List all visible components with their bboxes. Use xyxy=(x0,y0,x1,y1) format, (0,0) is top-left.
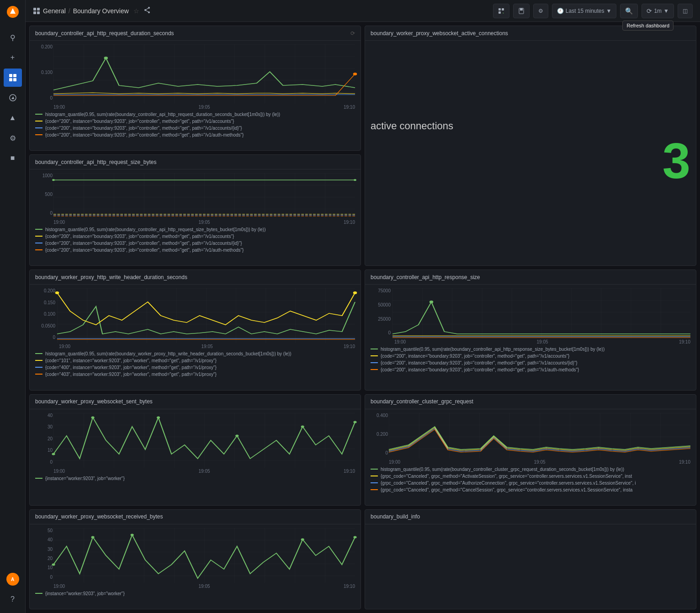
sidebar-item-alerts[interactable]: ▲ xyxy=(4,109,22,127)
svg-point-27 xyxy=(354,179,356,181)
svg-point-23 xyxy=(353,73,357,75)
app-logo[interactable] xyxy=(5,4,21,20)
panel-cluster-grpc-request: boundary_controller_cluster_grpc_request… xyxy=(365,394,696,506)
sidebar-item-shield[interactable]: ■ xyxy=(4,149,22,167)
svg-point-30 xyxy=(353,291,357,294)
avatar[interactable]: A xyxy=(6,573,19,586)
chart-canvas-1 xyxy=(53,44,355,104)
svg-rect-40 xyxy=(389,413,690,459)
star-icon[interactable]: ☆ xyxy=(133,7,139,15)
breadcrumb-general[interactable]: General xyxy=(43,7,66,15)
svg-point-34 xyxy=(52,453,55,455)
kiosk-button[interactable]: ◫ xyxy=(678,4,693,18)
save-button[interactable] xyxy=(513,4,530,18)
add-panel-button[interactable]: + xyxy=(493,4,509,18)
zoom-out-button[interactable]: 🔍 xyxy=(620,4,638,18)
svg-rect-2 xyxy=(9,74,12,77)
time-range-button[interactable]: 🕘 Last 15 minutes ▼ xyxy=(552,4,617,18)
svg-rect-33 xyxy=(53,413,355,468)
grid-icon xyxy=(33,7,40,15)
chart-svg-5 xyxy=(392,288,690,338)
chart-svg-3 xyxy=(53,173,355,219)
x-axis-4: 19:00 19:05 19:10 xyxy=(59,343,355,349)
panel-title-3: boundary_controller_api_http_request_siz… xyxy=(35,159,157,165)
sidebar-item-add[interactable]: + xyxy=(4,48,22,67)
chart-canvas-7 xyxy=(389,413,690,459)
panel-api-http-response-size: boundary_controller_api_http_response_si… xyxy=(365,270,696,390)
sidebar-item-search[interactable]: ⚲ xyxy=(4,28,22,47)
panel-build-info: boundary_build_info xyxy=(365,509,696,609)
panel-title-4: boundary_worker_proxy_http_write_header_… xyxy=(35,274,187,280)
chart-svg-7 xyxy=(389,413,690,459)
panel-active-connections: boundary_worker_proxy_websocket_active_c… xyxy=(365,26,696,266)
legend-1: histogram_quantile(0.95, sum(rate(bounda… xyxy=(35,110,355,141)
svg-point-42 xyxy=(52,563,55,565)
svg-point-44 xyxy=(131,534,134,536)
panel-worker-websocket-sent: boundary_worker_proxy_websocket_sent_byt… xyxy=(29,394,361,506)
sidebar-item-settings[interactable]: ⚙ xyxy=(4,129,22,147)
legend-5: histogram_quantile(0.95, sum(rate(bounda… xyxy=(371,344,690,375)
stat-label: active connections xyxy=(371,120,690,132)
panel-worker-proxy-http-write: boundary_worker_proxy_http_write_header_… xyxy=(29,270,361,390)
legend-4: histogram_quantile(0.95, sum(rate(bounda… xyxy=(35,349,355,380)
svg-point-45 xyxy=(301,538,304,540)
chart-area-6: 40 30 20 10 0 xyxy=(35,413,355,474)
y-axis-1: 0.200 0.100 0 xyxy=(35,44,53,100)
legend-color-1d xyxy=(35,134,42,135)
svg-rect-41 xyxy=(53,528,355,583)
chart-canvas-8 xyxy=(53,528,355,583)
panel-title-5: boundary_controller_api_http_response_si… xyxy=(371,274,480,280)
clock-icon: 🕘 xyxy=(557,8,564,14)
main-content: General / Boundary Overview ☆ + xyxy=(26,0,700,613)
svg-point-46 xyxy=(353,536,356,538)
svg-rect-16 xyxy=(498,8,501,11)
chart-area-7: 0.400 0.200 0 xyxy=(371,413,690,465)
chevron-down-icon: ▼ xyxy=(606,8,612,14)
panel-api-http-request-duration: boundary_controller_api_http_request_dur… xyxy=(29,26,361,151)
svg-rect-5 xyxy=(13,78,16,81)
y-axis-3: 1000 500 0 xyxy=(35,173,53,216)
chart-canvas-3 xyxy=(53,173,355,219)
sidebar-item-dashboard[interactable] xyxy=(4,69,22,87)
chart-canvas-6 xyxy=(53,413,355,468)
legend-8: {instance="worker:9203", job="worker"} xyxy=(35,589,355,599)
chart-area-5: 75000 50000 25000 0 xyxy=(371,288,690,344)
refresh-button[interactable]: ⟳ 1m ▼ Refresh dashboard xyxy=(642,4,674,18)
svg-point-24 xyxy=(104,57,108,59)
chart-canvas-5 xyxy=(392,288,690,338)
svg-point-38 xyxy=(301,425,304,428)
dashboard-grid: boundary_controller_api_http_request_dur… xyxy=(26,22,700,613)
svg-rect-18 xyxy=(498,11,501,14)
chart-area-8: 50 40 30 20 10 0 xyxy=(35,528,355,589)
svg-rect-31 xyxy=(392,288,690,338)
sidebar-item-explore[interactable] xyxy=(4,89,22,107)
panel-title-9: boundary_build_info xyxy=(371,513,420,520)
legend-3: histogram_quantile(0.95, sum(rate(bounda… xyxy=(35,225,355,256)
chart-svg-1 xyxy=(53,44,355,104)
x-axis-7: 19:00 19:05 19:10 xyxy=(389,459,690,465)
svg-rect-10 xyxy=(37,11,40,14)
svg-rect-9 xyxy=(33,11,36,14)
settings-button[interactable]: ⚙ xyxy=(533,4,548,18)
save-icon xyxy=(518,8,525,14)
sidebar-item-help[interactable]: ? xyxy=(4,590,22,608)
legend-color-1c xyxy=(35,127,42,128)
svg-point-29 xyxy=(55,291,59,294)
refresh-icon: ⟳ xyxy=(647,7,652,15)
refresh-panel-icon[interactable]: ⟳ xyxy=(350,30,355,37)
chart-area-3: 1000 500 0 xyxy=(35,173,355,225)
panel-title-connections: boundary_worker_proxy_websocket_active_c… xyxy=(371,30,508,37)
breadcrumb: General / Boundary Overview ☆ xyxy=(33,7,489,15)
panel-title-6: boundary_worker_proxy_websocket_sent_byt… xyxy=(35,398,153,405)
chart-area-4: 0.200 0.150 0.100 0.0500 0 xyxy=(35,288,355,349)
svg-rect-3 xyxy=(13,74,16,77)
svg-point-35 xyxy=(91,416,95,418)
gear-icon: ⚙ xyxy=(538,8,543,14)
svg-point-39 xyxy=(353,421,356,423)
refresh-interval-label: 1m xyxy=(654,8,662,14)
share-icon[interactable] xyxy=(144,7,150,15)
panel-title-7: boundary_controller_cluster_grpc_request xyxy=(371,398,473,405)
chart-canvas-4 xyxy=(57,288,355,343)
time-range-label: Last 15 minutes xyxy=(566,8,605,14)
stat-value: 3 xyxy=(371,136,690,186)
